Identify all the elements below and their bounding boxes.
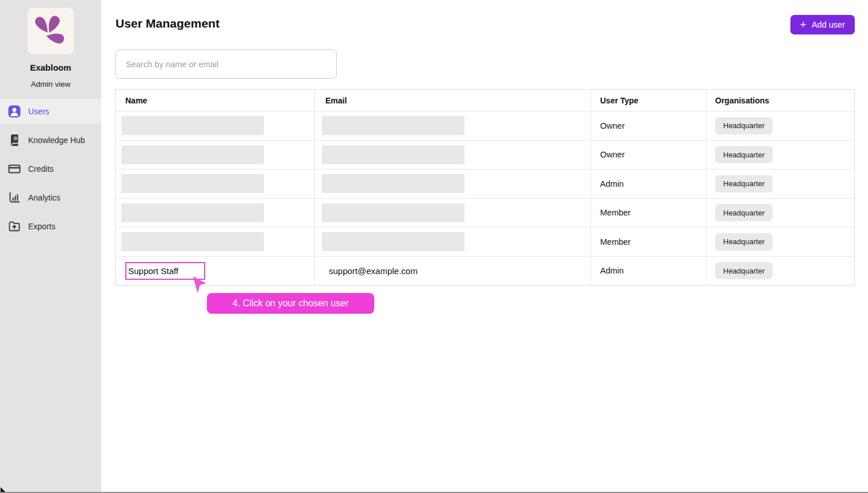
redacted-email-placeholder <box>322 232 464 251</box>
redacted-email-placeholder <box>322 145 464 164</box>
add-user-button[interactable]: + Add user <box>790 15 855 34</box>
organisation-badge: Headquarter <box>715 204 773 221</box>
exabloom-petals-icon <box>34 14 67 48</box>
name-cell <box>116 228 315 256</box>
bar-chart-icon <box>7 191 21 205</box>
book-icon <box>7 133 21 147</box>
organisation-badge: Headquarter <box>715 175 773 192</box>
organisations-cell: Headquarter <box>706 170 854 198</box>
name-cell <box>116 170 315 198</box>
add-user-label: Add user <box>812 20 845 29</box>
table-row[interactable]: Member Headquarter <box>116 199 854 228</box>
email-cell <box>315 141 591 170</box>
sidebar-item-label: Knowledge Hub <box>28 136 85 145</box>
organisation-badge: Headquarter <box>715 262 773 279</box>
users-icon <box>7 105 21 118</box>
sidebar-item-label: Users <box>28 107 49 116</box>
user-type-cell: Owner <box>591 111 706 140</box>
sidebar-item-analytics[interactable]: Analytics <box>0 185 101 210</box>
search-input[interactable] <box>116 49 337 79</box>
redacted-name-placeholder <box>121 116 264 135</box>
user-type-cell: Admin <box>591 170 706 198</box>
organisation-badge: Headquarter <box>715 233 773 251</box>
user-type-cell: Member <box>591 199 706 228</box>
sidebar-nav: Users Knowledge Hub <box>0 99 101 238</box>
sidebar-item-knowledge-hub[interactable]: Knowledge Hub <box>0 128 101 152</box>
redacted-name-placeholder <box>121 203 264 222</box>
user-type-cell: Admin <box>591 257 706 286</box>
sidebar-item-label: Exports <box>28 222 55 231</box>
user-name: Support Staff <box>128 266 178 276</box>
brand-name: Exabloom <box>0 63 101 72</box>
credit-card-icon <box>7 162 21 176</box>
brand-subtitle: Admin view <box>0 80 101 88</box>
organisations-cell: Headquarter <box>706 111 854 140</box>
table-header-row: Name Email User Type Organisations <box>116 90 854 111</box>
name-cell <box>116 199 315 228</box>
user-type-cell: Owner <box>591 141 706 170</box>
email-cell <box>315 170 591 198</box>
email-cell <box>315 111 591 140</box>
name-cell <box>116 141 315 170</box>
plus-icon: + <box>800 19 806 30</box>
annotation-text: 4. Click on your chosen user <box>233 298 349 309</box>
column-header-user-type: User Type <box>591 90 706 111</box>
corner-mark <box>1 487 5 492</box>
user-email: support@example.com <box>329 266 417 276</box>
email-cell <box>315 199 591 228</box>
organisations-cell: Headquarter <box>706 257 854 286</box>
organisations-cell: Headquarter <box>706 199 854 228</box>
email-cell: support@example.com <box>315 257 591 286</box>
sidebar-item-credits[interactable]: Credits <box>0 156 101 181</box>
main-content: User Management + Add user Name Email Us… <box>101 0 868 493</box>
page-title: User Management <box>116 17 220 30</box>
sidebar: Exabloom Admin view Users <box>0 0 101 493</box>
table-row[interactable]: Member Headquarter <box>116 228 854 257</box>
annotation-callout: 4. Click on your chosen user <box>207 293 374 314</box>
sidebar-item-users[interactable]: Users <box>0 99 101 124</box>
annotation-pointer-icon <box>192 276 207 294</box>
column-header-name: Name <box>116 90 315 111</box>
redacted-email-placeholder <box>322 174 464 193</box>
table-row-support-staff[interactable]: Support Staff support@example.com Admin … <box>116 257 854 286</box>
name-cell: Support Staff <box>116 257 315 286</box>
table-row[interactable]: Owner Headquarter <box>116 111 854 141</box>
redacted-name-placeholder <box>121 174 264 193</box>
sidebar-item-label: Credits <box>28 164 53 174</box>
app-window: Exabloom Admin view Users <box>0 0 868 493</box>
name-cell <box>116 111 315 140</box>
table-row[interactable]: Owner Headquarter <box>116 141 854 170</box>
organisations-cell: Headquarter <box>706 228 854 256</box>
exabloom-logo <box>27 7 74 55</box>
user-type-cell: Member <box>591 228 706 256</box>
column-header-email: Email <box>315 90 591 111</box>
users-table: Name Email User Type Organisations Owner… <box>115 89 855 286</box>
table-row[interactable]: Admin Headquarter <box>116 170 854 199</box>
sidebar-item-exports[interactable]: Exports <box>0 214 101 238</box>
redacted-name-placeholder <box>121 232 264 251</box>
sidebar-item-label: Analytics <box>28 193 60 202</box>
organisations-cell: Headquarter <box>706 141 854 170</box>
organisation-badge: Headquarter <box>715 117 773 134</box>
redacted-name-placeholder <box>121 145 264 164</box>
folder-export-icon <box>7 219 21 233</box>
redacted-email-placeholder <box>322 116 464 135</box>
column-header-organisations: Organisations <box>706 90 854 111</box>
organisation-badge: Headquarter <box>715 146 773 163</box>
email-cell <box>315 228 591 256</box>
redacted-email-placeholder <box>322 203 464 222</box>
